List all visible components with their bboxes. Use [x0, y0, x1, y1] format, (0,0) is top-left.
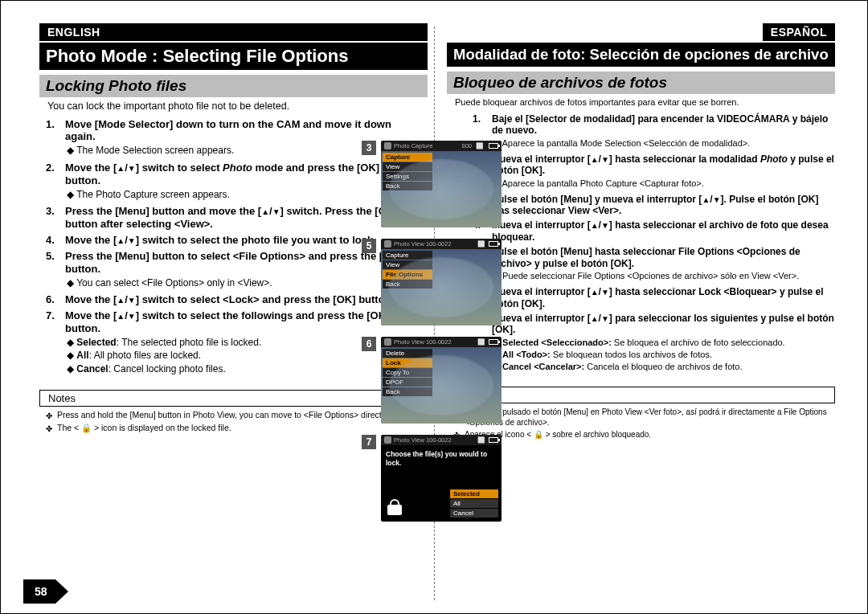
- subheading-es: Bloqueo de archivos de fotos: [447, 72, 835, 94]
- page-number-badge: 58: [23, 579, 55, 604]
- screenshot-5: 5 Photo View 100-0022⬜ Capture View File…: [362, 239, 502, 325]
- lock-icon: [387, 499, 402, 515]
- screenshot-num-5: 5: [362, 239, 376, 253]
- steps-es: Baje el [Selector de modalidad] para enc…: [447, 113, 835, 378]
- camera-icon: [384, 338, 391, 346]
- screenshot-7-message: Choose the file(s) you would to lock.: [381, 445, 502, 473]
- screenshot-num-3: 3: [362, 141, 376, 155]
- screenshot-3: 3 Photo Capture800⬜ Capture View Setting…: [362, 141, 502, 227]
- manual-page: ENGLISH Photo Mode : Selecting File Opti…: [0, 0, 868, 614]
- screenshot-column: 3 Photo Capture800⬜ Capture View Setting…: [362, 141, 502, 522]
- camera-icon: [384, 240, 391, 248]
- battery-icon: [489, 437, 498, 443]
- spanish-column: ESPAÑOL Modalidad de foto: Selección de …: [447, 23, 835, 600]
- lang-tab-es: ESPAÑOL: [763, 23, 835, 41]
- heading-es: Modalidad de foto: Selección de opciones…: [447, 43, 835, 67]
- camera-icon: [384, 436, 391, 444]
- screenshot-num-7: 7: [362, 435, 376, 449]
- battery-icon: [489, 143, 498, 149]
- intro-en: You can lock the important photo file no…: [39, 100, 428, 113]
- step-1-text: Move [Mode Selector] down to turn on the…: [65, 118, 391, 143]
- step-1-sub: The Mode Selection screen appears.: [65, 145, 405, 157]
- battery-icon: [489, 339, 498, 345]
- notes-list-es: Mantenga pulsado el botón [Menu] en Phot…: [447, 407, 835, 442]
- page-number: 58: [35, 585, 47, 598]
- notes-label-es: Notas: [447, 387, 835, 403]
- menu-3: Capture View Settings Back: [383, 153, 432, 191]
- camera-icon: [384, 142, 391, 149]
- screenshot-7-options: Selected All Cancel: [450, 489, 498, 518]
- step-2-sub: The Photo Capture screen appears.: [65, 189, 405, 201]
- menu-6: Delete Lock Copy To DPOF Back: [383, 349, 432, 397]
- step-5-sub: You can select <File Options> only in <V…: [65, 277, 405, 289]
- screenshot-num-6: 6: [362, 337, 376, 351]
- menu-5: Capture View File Options Back: [383, 251, 432, 289]
- screenshot-7: 7 Photo View 100-0022⬜ Choose the file(s…: [362, 435, 502, 522]
- heading-en: Photo Mode : Selecting File Options: [39, 43, 428, 70]
- screenshot-6: 6 Photo View 100-0022⬜ Delete Lock Copy …: [362, 337, 502, 424]
- battery-icon: [489, 241, 498, 247]
- lang-tab-en: ENGLISH: [39, 23, 428, 41]
- intro-es: Puede bloquear archivos de fotos importa…: [447, 97, 835, 108]
- subheading-en: Locking Photo files: [39, 75, 428, 97]
